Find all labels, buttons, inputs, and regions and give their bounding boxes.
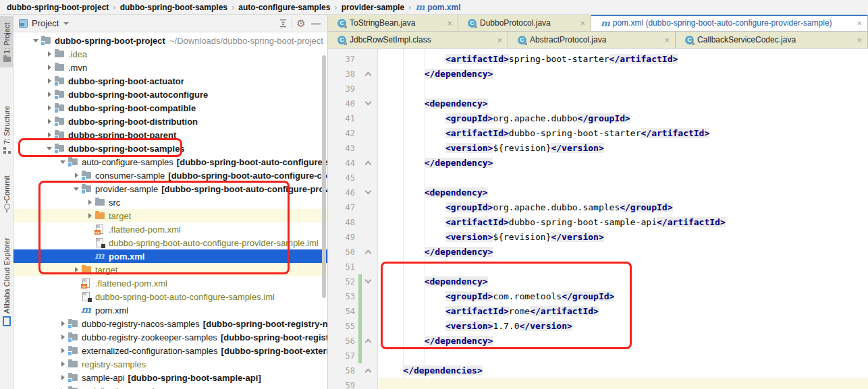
chevron-right-icon[interactable] (85, 200, 94, 205)
tree-row[interactable]: target (13, 263, 327, 276)
editor-tab[interactable]: CDubboProtocol.java× (458, 15, 591, 31)
stripe-item--project[interactable]: 1: Project (0, 16, 13, 67)
chevron-right-icon[interactable] (45, 92, 54, 97)
code-line[interactable]: 42 <artifactId>dubbo-spring-boot-starter… (328, 126, 868, 141)
chevron-right-icon[interactable] (45, 105, 54, 111)
chevron-right-icon[interactable] (58, 321, 67, 326)
code-line[interactable]: 45 (328, 171, 868, 185)
close-icon[interactable]: × (437, 18, 452, 28)
fold-start-icon[interactable] (365, 99, 372, 106)
stripe-item-commit[interactable]: Commit (0, 167, 13, 215)
chevron-right-icon[interactable] (45, 51, 54, 57)
breadcrumb-file[interactable]: mpom.xml (415, 2, 460, 12)
code-line[interactable]: 48 <artifactId>dubbo-spring-boot-sample-… (328, 215, 868, 230)
code-line[interactable]: 47 <groupId>org.apache.dubbo.samples</gr… (328, 200, 868, 215)
tree-row[interactable]: consumer-sample[dubbo-spring-boot-auto-c… (13, 169, 327, 182)
hide-panel-icon[interactable]: — (308, 17, 323, 30)
tree-row[interactable]: dubbo-spring-boot-compatible (13, 101, 327, 115)
code-line[interactable]: 59 (328, 378, 868, 389)
fold-end-icon[interactable] (365, 250, 372, 257)
tree-row[interactable]: registry-samples (13, 357, 327, 371)
stripe-item--structure[interactable]: 7: Structure (0, 86, 13, 159)
breadcrumb-item[interactable]: provider-sample (342, 3, 404, 12)
tree-row[interactable]: dubbo-registry-nacos-samples[dubbo-sprin… (13, 317, 327, 330)
chevron-down-icon[interactable] (72, 187, 81, 191)
close-icon[interactable]: × (847, 18, 862, 28)
chevron-down-icon[interactable] (63, 22, 69, 25)
tree-row[interactable]: src (13, 196, 327, 209)
code-line[interactable]: 44 </dependency> (328, 156, 868, 171)
close-icon[interactable]: × (570, 18, 585, 28)
chevron-right-icon[interactable] (45, 132, 54, 138)
code-line[interactable]: 41 <groupId>org.apache.dubbo</groupId> (328, 111, 868, 126)
tree-row[interactable]: mpom.xml (13, 249, 327, 263)
code-line[interactable]: 43 <version>${revision}</version> (328, 141, 868, 156)
code-line[interactable]: 53 <groupId>com.rometools</groupId> (328, 289, 868, 304)
chevron-right-icon[interactable] (85, 213, 94, 218)
chevron-right-icon[interactable] (58, 334, 67, 340)
close-icon[interactable]: × (847, 35, 862, 45)
tree-row[interactable]: dubbo-spring-boot-auto-configure-provide… (13, 236, 327, 249)
stripe-item-alibaba-cloud-explorer[interactable]: Alibaba Cloud Explorer (0, 234, 13, 329)
tree-row[interactable]: dubbo-spring-boot-actuator (13, 74, 327, 88)
breadcrumb-item[interactable]: dubbo-spring-boot-samples (120, 3, 227, 12)
tree-row[interactable]: dubbo-spring-boot-samples (13, 142, 327, 155)
close-icon[interactable]: × (655, 35, 670, 45)
tree-row[interactable]: mpom.xml (13, 303, 327, 317)
tree-row[interactable]: serialization-samples (13, 384, 327, 389)
breadcrumb-item[interactable]: dubbo-spring-boot-project (7, 3, 109, 12)
code-line[interactable]: 37 <artifactId>spring-boot-starter</arti… (328, 52, 868, 67)
code-line[interactable]: 39 (328, 82, 868, 96)
chevron-right-icon[interactable] (72, 173, 81, 178)
code-line[interactable]: 51 (328, 260, 868, 274)
chevron-right-icon[interactable] (58, 375, 67, 380)
code-line[interactable]: 46 <dependency> (328, 185, 868, 200)
scrollbar-thumb[interactable] (322, 55, 326, 298)
tree-row[interactable]: <>.flattened-pom.xml (13, 276, 327, 290)
code-line[interactable]: 40 <dependency> (328, 96, 868, 111)
fold-start-icon[interactable] (365, 188, 372, 195)
code-line[interactable]: 52 <dependency> (328, 274, 868, 289)
tree-row[interactable]: dubbo-spring-boot-project~/Downloads/dub… (13, 34, 327, 47)
code-line[interactable]: 54 <artifactId>rome</artifactId> (328, 304, 868, 319)
code-line[interactable]: 57 (328, 349, 868, 363)
code-line[interactable]: 55 <version>1.7.0</version> (328, 319, 868, 334)
tree-row[interactable]: <>.flattened-pom.xml (13, 222, 327, 236)
collapse-all-icon[interactable] (275, 17, 290, 30)
code-line[interactable]: 38 </dependency> (328, 67, 868, 82)
chevron-right-icon[interactable] (45, 78, 54, 84)
chevron-right-icon[interactable] (45, 65, 54, 70)
chevron-down-icon[interactable] (31, 39, 40, 42)
fold-end-icon[interactable] (365, 369, 372, 376)
tree-row[interactable]: provider-sample[dubbo-spring-boot-auto-c… (13, 182, 327, 196)
tree-row[interactable]: externalized-configuration-samples[dubbo… (13, 344, 327, 357)
tree-row[interactable]: dubbo-spring-boot-parent (13, 128, 327, 142)
chevron-right-icon[interactable] (45, 119, 54, 124)
tree-row[interactable]: dubbo-spring-boot-auto-configure-samples… (13, 290, 327, 303)
code-area[interactable]: 37 <artifactId>spring-boot-starter</arti… (328, 49, 868, 389)
fold-end-icon[interactable] (365, 72, 372, 79)
chevron-down-icon[interactable] (45, 147, 54, 150)
fold-end-icon[interactable] (365, 161, 372, 168)
tree-row[interactable]: target (13, 209, 327, 222)
settings-gear-icon[interactable]: ⚙ (294, 17, 308, 30)
editor-tab[interactable]: CAbstractProtocol.java× (508, 32, 676, 48)
editor-tab[interactable]: mpom.xml (dubbo-spring-boot-auto-configu… (591, 15, 868, 31)
breadcrumb-item[interactable]: auto-configure-samples (238, 3, 330, 12)
code-line[interactable]: 58 </dependencies> (328, 363, 868, 378)
tree-row[interactable]: dubbo-spring-boot-autoconfigure (13, 88, 327, 101)
fold-start-icon[interactable] (365, 277, 372, 284)
chevron-right-icon[interactable] (72, 267, 81, 272)
editor-tab[interactable]: CJdbcRowSetImpl.class× (328, 32, 508, 48)
chevron-right-icon[interactable] (58, 361, 67, 367)
close-icon[interactable]: × (487, 35, 502, 45)
editor-tab[interactable]: CCallbackServiceCodec.java× (676, 32, 868, 48)
code-line[interactable]: 56 </dependency> (328, 334, 868, 349)
fold-end-icon[interactable] (365, 339, 372, 346)
editor-tab[interactable]: CToStringBean.java× (328, 15, 458, 31)
tree-row[interactable]: .mvn (13, 61, 327, 74)
tree-row[interactable]: .idea (13, 47, 327, 61)
chevron-down-icon[interactable] (58, 160, 67, 164)
tree-row[interactable]: dubbo-registry-zookeeper-samples[dubbo-s… (13, 330, 327, 344)
chevron-right-icon[interactable] (58, 348, 67, 353)
